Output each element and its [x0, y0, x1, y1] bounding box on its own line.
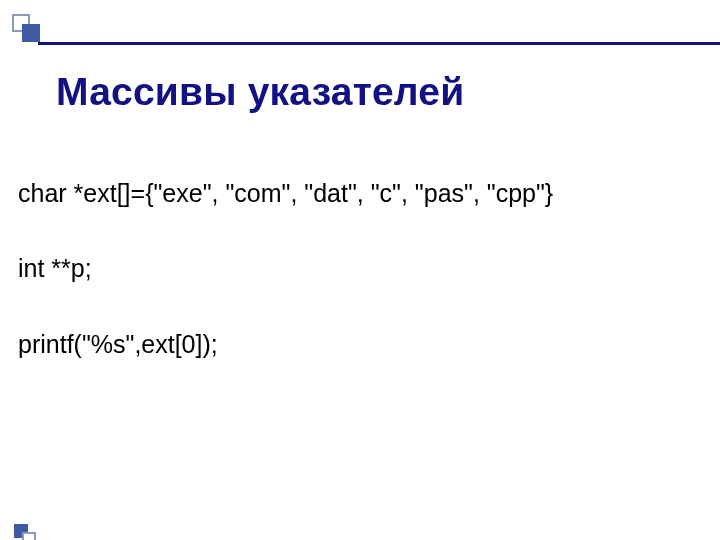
code-line: char *ext[]={"exe", "com", "dat", "c", "…: [18, 178, 690, 209]
code-line: int **p;: [18, 253, 690, 284]
square-filled-icon: [22, 24, 40, 42]
code-line: printf("%s",ext[0]);: [18, 329, 690, 360]
slide-body: char *ext[]={"exe", "com", "dat", "c", "…: [18, 178, 690, 360]
slide-title: Массивы указателей: [56, 70, 464, 114]
horizontal-rule: [38, 42, 720, 45]
slide: Массивы указателей char *ext[]={"exe", "…: [0, 0, 720, 540]
square-outline-icon: [22, 532, 36, 540]
